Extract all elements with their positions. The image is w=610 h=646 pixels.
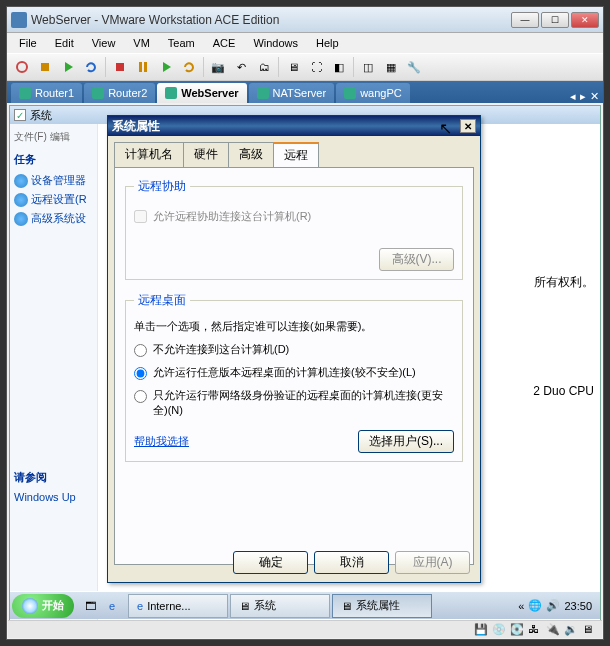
ok-button[interactable]: 确定 (233, 551, 308, 574)
fullscreen-icon[interactable]: ⛶ (305, 56, 327, 78)
start-label: 开始 (42, 598, 64, 613)
tab-computername[interactable]: 计算机名 (114, 142, 184, 167)
start-button[interactable]: 开始 (12, 594, 74, 618)
unity-icon[interactable]: ◧ (328, 56, 350, 78)
restart-icon[interactable] (178, 56, 200, 78)
dialog-close-button[interactable]: ✕ (460, 119, 476, 133)
ie-icon: e (137, 600, 143, 612)
select-users-button[interactable]: 选择用户(S)... (358, 430, 454, 453)
toolbar: 📷 ↶ 🗂 🖥 ⛶ ◧ ◫ ▦ 🔧 (7, 53, 603, 81)
tab-close-icon[interactable]: ✕ (590, 90, 599, 103)
apply-button: 应用(A) (395, 551, 470, 574)
svg-rect-5 (144, 62, 147, 72)
ie-icon[interactable]: e (102, 596, 122, 616)
menu-windows[interactable]: Windows (245, 35, 306, 51)
sidebar-device-manager[interactable]: 设备管理器 (14, 173, 93, 188)
pause-icon[interactable] (132, 56, 154, 78)
remote-desktop-legend: 远程桌面 (134, 292, 190, 309)
menu-file[interactable]: File (11, 35, 45, 51)
vmtab-natserver[interactable]: NATServer (249, 83, 335, 103)
tab-remote[interactable]: 远程 (273, 142, 319, 167)
poweron-icon[interactable] (57, 56, 79, 78)
status-display-icon[interactable]: 🖥 (582, 623, 596, 637)
shield-icon (14, 174, 28, 188)
shield-icon (14, 193, 28, 207)
minimize-button[interactable]: — (511, 12, 539, 28)
sidebar-remote-settings[interactable]: 远程设置(R (14, 192, 93, 207)
stop-icon[interactable] (109, 56, 131, 78)
manage-snapshot-icon[interactable]: 🗂 (253, 56, 275, 78)
status-sound-icon[interactable]: 🔉 (564, 623, 578, 637)
taskbar: 开始 🗔 e eInterne... 🖥系统 🖥系统属性 « 🌐 🔊 23:50 (10, 591, 600, 619)
sidebar-tasks-header: 任务 (14, 152, 93, 167)
poweroff-icon[interactable] (11, 56, 33, 78)
remote-desktop-group: 远程桌面 单击一个选项，然后指定谁可以连接(如果需要)。 不允许连接到这台计算机… (125, 292, 463, 462)
svg-rect-4 (139, 62, 142, 72)
clock[interactable]: 23:50 (564, 600, 592, 612)
radio-allow-any-label: 允许运行任意版本远程桌面的计算机连接(较不安全)(L) (153, 365, 416, 380)
vmtab-router1[interactable]: Router1 (11, 83, 82, 103)
vmtab-wangpc[interactable]: wangPC (336, 83, 410, 103)
menu-ace[interactable]: ACE (205, 35, 244, 51)
tray-sound-icon[interactable]: 🔊 (546, 599, 560, 612)
menu-edit[interactable]: Edit (47, 35, 82, 51)
show-console-icon[interactable]: 🖥 (282, 56, 304, 78)
revert-icon[interactable]: ↶ (230, 56, 252, 78)
radio-dont-allow[interactable] (134, 344, 147, 357)
appliance-icon[interactable]: 🔧 (403, 56, 425, 78)
dialog-titlebar[interactable]: 系统属性 ✕ (108, 116, 480, 136)
vmware-app-icon (11, 12, 27, 28)
show-desktop-icon[interactable]: 🗔 (80, 596, 100, 616)
reset-icon[interactable] (80, 56, 102, 78)
vmtab-router2[interactable]: Router2 (84, 83, 155, 103)
radio-allow-nla[interactable] (134, 390, 147, 403)
allow-remote-assist-label: 允许远程协助连接这台计算机(R) (153, 209, 311, 224)
sidebar-windows-update[interactable]: Windows Up (14, 491, 93, 503)
menubar: File Edit View VM Team ACE Windows Help (7, 33, 603, 53)
maximize-button[interactable]: ☐ (541, 12, 569, 28)
status-floppy-icon[interactable]: 💽 (510, 623, 524, 637)
tab-prev-icon[interactable]: ◂ (570, 90, 576, 103)
taskbtn-system[interactable]: 🖥系统 (230, 594, 330, 618)
status-usb-icon[interactable]: 🔌 (546, 623, 560, 637)
sidebar-advanced-settings[interactable]: 高级系统设 (14, 211, 93, 226)
close-button[interactable]: ✕ (571, 12, 599, 28)
remote-desktop-instruction: 单击一个选项，然后指定谁可以连接(如果需要)。 (134, 319, 454, 334)
tray-network-icon[interactable]: 🌐 (528, 599, 542, 612)
taskbtn-label: 系统属性 (356, 598, 400, 613)
radio-allow-any[interactable] (134, 367, 147, 380)
vmware-window: WebServer - VMware Workstation ACE Editi… (6, 6, 604, 640)
status-hdd-icon[interactable]: 💾 (474, 623, 488, 637)
menu-vm[interactable]: VM (125, 35, 158, 51)
vmtab-label: WebServer (181, 87, 238, 99)
vm-icon (92, 87, 104, 99)
status-cd-icon[interactable]: 💿 (492, 623, 506, 637)
sidebar-toggle-icon[interactable]: ◫ (357, 56, 379, 78)
header-checkbox-icon[interactable]: ✓ (14, 109, 26, 121)
vmware-titlebar: WebServer - VMware Workstation ACE Editi… (7, 7, 603, 33)
dialog-button-row: 确定 取消 应用(A) (233, 551, 470, 574)
taskbtn-sysprops[interactable]: 🖥系统属性 (332, 594, 432, 618)
tab-next-icon[interactable]: ▸ (580, 90, 586, 103)
snapshot-icon[interactable]: 📷 (207, 56, 229, 78)
tab-hardware[interactable]: 硬件 (183, 142, 229, 167)
vmtab-webserver[interactable]: WebServer (157, 83, 246, 103)
taskbtn-ie[interactable]: eInterne... (128, 594, 228, 618)
menu-view[interactable]: View (84, 35, 124, 51)
menu-team[interactable]: Team (160, 35, 203, 51)
help-me-choose-link[interactable]: 帮助我选择 (134, 434, 189, 449)
suspend-icon[interactable] (34, 56, 56, 78)
allow-remote-assist-checkbox (134, 210, 147, 223)
menu-help[interactable]: Help (308, 35, 347, 51)
cancel-button[interactable]: 取消 (314, 551, 389, 574)
summary-icon[interactable]: ▦ (380, 56, 402, 78)
windows-orb-icon (22, 598, 38, 614)
remote-assist-group: 远程协助 允许远程协助连接这台计算机(R) 高级(V)... (125, 178, 463, 280)
play-icon[interactable] (155, 56, 177, 78)
tab-advanced[interactable]: 高级 (228, 142, 274, 167)
vm-icon (344, 87, 356, 99)
status-net-icon[interactable]: 🖧 (528, 623, 542, 637)
remote-assist-legend: 远程协助 (134, 178, 190, 195)
svg-rect-3 (116, 63, 124, 71)
tray-expand-icon[interactable]: « (518, 600, 524, 612)
